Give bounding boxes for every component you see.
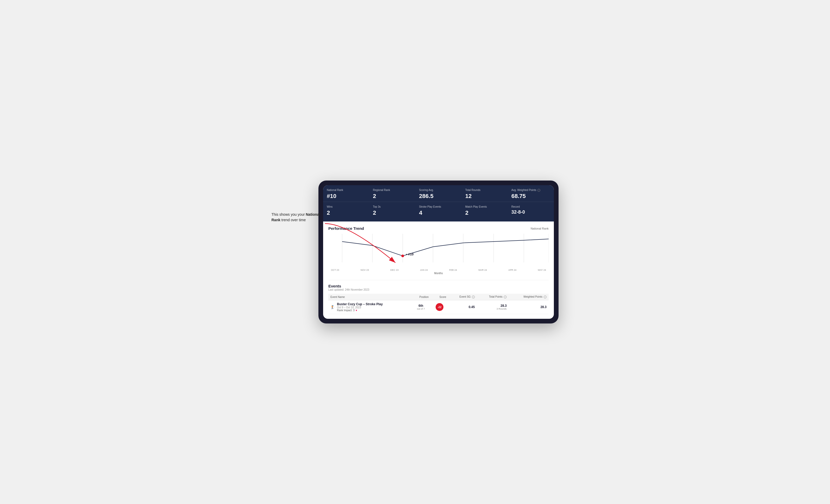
stat-regional-rank: Regional Rank 2	[369, 185, 416, 202]
x-label-oct23: OCT 23	[331, 269, 339, 271]
stat-top3s: Top 3s 2	[369, 202, 416, 219]
tablet-frame: National Rank #10 Regional Rank 2 Scorin…	[318, 180, 558, 324]
performance-trend-title: Performance Trend	[328, 226, 364, 231]
stat-national-rank: National Rank #10	[323, 185, 369, 202]
stat-national-rank-value: #10	[327, 193, 366, 200]
event-sg-value: 0.45	[469, 305, 475, 309]
annotation-text: This shows you your National Rank trend …	[272, 212, 324, 223]
chart-line	[342, 239, 549, 256]
performance-trend-subtitle: National Rank	[531, 227, 549, 230]
total-points-info-icon[interactable]: i	[504, 296, 507, 298]
x-label-may24: MAY 24	[538, 269, 546, 271]
performance-trend-section: Performance Trend National Rank	[328, 226, 549, 275]
position-value: 6th	[413, 304, 429, 308]
stat-avg-weighted-points: Avg. Weighted Points i 68.75	[508, 185, 554, 202]
event-date: Oct 9 – Oct 10, 2023	[337, 306, 383, 309]
total-points-sub: 3 Rounds	[479, 308, 507, 310]
total-points-value: 28.3	[479, 304, 507, 308]
annotation-part1: This shows you your	[272, 212, 306, 216]
position-sub-value: out of 7	[413, 308, 429, 310]
stat-national-rank-label: National Rank	[327, 188, 366, 192]
stat-match-play-value: 2	[465, 209, 504, 216]
stat-match-play-label: Match Play Events	[465, 205, 504, 208]
col-event-name: Event Name	[328, 294, 411, 300]
stat-avg-weighted-points-value: 68.75	[511, 193, 550, 200]
chart-container: • #10	[328, 234, 549, 268]
x-label-nov23: NOV 23	[360, 269, 369, 271]
stat-scoring-avg-value: 286.5	[419, 193, 458, 200]
outer-container: This shows you your National Rank trend …	[272, 180, 558, 324]
chart-x-axis-label: Months	[328, 272, 549, 275]
event-sg-info-icon[interactable]: i	[472, 296, 475, 298]
avg-weighted-info-icon[interactable]: i	[537, 189, 540, 192]
rank-impact-text: Rank Impact: 3	[337, 309, 354, 312]
stat-wins-label: Wins	[327, 205, 366, 208]
performance-trend-header: Performance Trend National Rank	[328, 226, 549, 231]
event-name-info: Buster Cozy Cup – Stroke Play Oct 9 – Oc…	[337, 302, 383, 312]
stat-record-value: 32-8-0	[511, 209, 550, 215]
stat-record-label: Record	[511, 205, 550, 208]
x-label-dec23: DEC 23	[390, 269, 399, 271]
events-title: Events	[328, 284, 549, 288]
x-label-jan24: JAN 24	[420, 269, 428, 271]
x-label-mar24: MAR 24	[478, 269, 487, 271]
weighted-points-value: 28.3	[541, 305, 547, 309]
stat-scoring-avg: Scoring Avg. 286.5	[416, 185, 462, 202]
stats-row-2: Wins 2 Top 3s 2 Stroke Play Events 4 Mat…	[323, 202, 554, 222]
tablet-screen: National Rank #10 Regional Rank 2 Scorin…	[323, 185, 554, 319]
event-name-cell: 🏌️ Buster Cozy Cup – Stroke Play Oct 9 –…	[328, 300, 411, 314]
stat-top3s-value: 2	[373, 209, 412, 216]
events-table: Event Name Position Score Event SG i Tot…	[328, 294, 549, 314]
col-total-points: Total Points i	[477, 294, 509, 300]
stat-stroke-play-value: 4	[419, 209, 458, 216]
stat-wins: Wins 2	[323, 202, 369, 219]
col-position: Position	[411, 294, 431, 300]
events-table-head: Event Name Position Score Event SG i Tot…	[328, 294, 549, 300]
stats-row-1: National Rank #10 Regional Rank 2 Scorin…	[323, 185, 554, 202]
weighted-points-info-icon[interactable]: i	[544, 296, 547, 298]
stat-regional-rank-value: 2	[373, 193, 412, 200]
stat-stroke-play-label: Stroke Play Events	[419, 205, 458, 208]
stat-total-rounds-label: Total Rounds	[465, 188, 504, 192]
events-last-updated: Last updated: 24th November 2023	[328, 288, 549, 291]
total-points-cell: 28.3 3 Rounds	[477, 300, 509, 314]
rank-impact-arrow-icon: ▼	[355, 309, 358, 312]
stat-wins-value: 2	[327, 209, 366, 216]
events-section: Events Last updated: 24th November 2023 …	[328, 280, 549, 314]
stat-total-rounds: Total Rounds 12	[461, 185, 508, 202]
event-score-cell: -22	[430, 300, 448, 314]
chart-marker-label: • #10	[406, 253, 414, 256]
stat-avg-weighted-points-label: Avg. Weighted Points i	[511, 188, 550, 192]
col-score: Score	[430, 294, 448, 300]
stat-top3s-label: Top 3s	[373, 205, 412, 208]
stat-match-play: Match Play Events 2	[461, 202, 508, 219]
event-position-cell: 6th out of 7	[411, 300, 431, 314]
chart-x-labels: OCT 23 NOV 23 DEC 23 JAN 24 FEB 24 MAR 2…	[328, 269, 549, 271]
stat-scoring-avg-label: Scoring Avg.	[419, 188, 458, 192]
chart-marker-dot	[402, 255, 404, 257]
x-label-feb24: FEB 24	[449, 269, 457, 271]
score-badge: -22	[436, 303, 443, 311]
event-icon: 🏌️	[330, 305, 335, 309]
performance-chart: • #10	[328, 234, 549, 268]
rank-impact: Rank Impact: 3 ▼	[337, 309, 383, 312]
stat-stroke-play: Stroke Play Events 4	[416, 202, 462, 219]
stat-regional-rank-label: Regional Rank	[373, 188, 412, 192]
event-sg-cell: 0.45	[448, 300, 477, 314]
x-label-apr24: APR 24	[508, 269, 516, 271]
content-area: Performance Trend National Rank	[323, 222, 554, 319]
stat-total-rounds-value: 12	[465, 193, 504, 200]
stat-record: Record 32-8-0	[508, 202, 554, 219]
col-weighted-points: Weighted Points i	[509, 294, 549, 300]
table-row: 🏌️ Buster Cozy Cup – Stroke Play Oct 9 –…	[328, 300, 549, 314]
event-name: Buster Cozy Cup – Stroke Play	[337, 302, 383, 306]
events-table-header-row: Event Name Position Score Event SG i Tot…	[328, 294, 549, 300]
col-event-sg: Event SG i	[448, 294, 477, 300]
events-table-body: 🏌️ Buster Cozy Cup – Stroke Play Oct 9 –…	[328, 300, 549, 314]
annotation-part2: trend over time	[280, 218, 306, 222]
weighted-points-cell: 28.3	[509, 300, 549, 314]
event-name-cell-inner: 🏌️ Buster Cozy Cup – Stroke Play Oct 9 –…	[330, 302, 409, 312]
